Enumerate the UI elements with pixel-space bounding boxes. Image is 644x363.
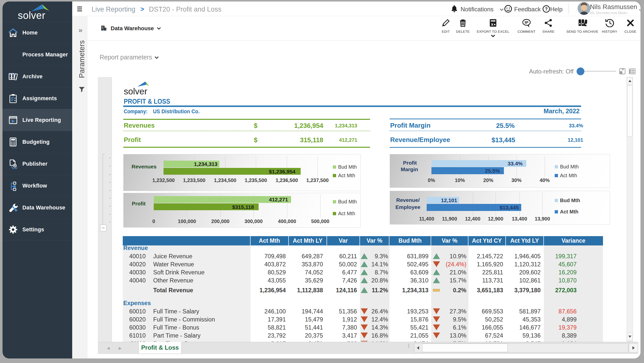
svg-text:x: x [491, 22, 493, 26]
